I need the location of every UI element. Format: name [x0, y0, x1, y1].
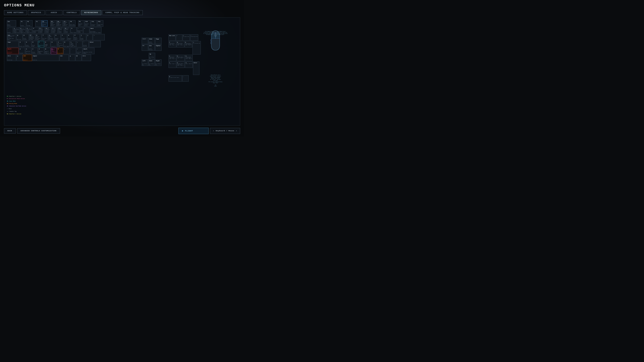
key-num-divide[interactable]: /	[176, 34, 182, 41]
key-esc[interactable]: Esc Pause /Options	[7, 20, 16, 27]
key-3[interactable]: 3 Pin Index 3Toggle LockM1 Pin Index 3To…	[26, 27, 32, 33]
key-7[interactable]: 7 Cycle AllTargetsM1 Cycle FriendlyTarge…	[52, 27, 58, 33]
key-shift-left[interactable]: Shift AfterburnerModifier 2	[7, 48, 18, 54]
tab-keybindings[interactable]: KEYBINDINGS	[81, 10, 102, 15]
tab-controls[interactable]: CONTROLS	[64, 10, 80, 15]
key-pgup[interactable]: Pgup	[155, 38, 162, 44]
key-bracket-right[interactable]: ]	[86, 34, 92, 40]
key-t[interactable]: T Exit Seat /Eject*	[42, 34, 48, 40]
key-win[interactable]: ⊞	[16, 55, 22, 61]
key-8[interactable]: 8 Cycle Sub-TargetsM1 Cycle AllTargets C…	[58, 27, 64, 33]
tab-audio[interactable]: AUDIO	[46, 10, 62, 15]
key-f2[interactable]: F2 StarMap	[26, 20, 32, 27]
key-num9[interactable]: 9 Shield RaiseLevel Bottom /Load / Save …	[185, 41, 192, 47]
key-bracket-left[interactable]: [ Accept Invite	[80, 34, 86, 40]
key-f7[interactable]: F7 IncreaseWeapon Power(DecreaseOthers)	[63, 20, 69, 27]
key-5[interactable]: 5 Cycle HostileTargetsM1 Repeat Attacker…	[39, 27, 45, 33]
key-period[interactable]: .	[70, 48, 76, 54]
key-0[interactable]: 0 Roll Target	[70, 27, 77, 33]
advanced-controls-button[interactable]: ADVANCED CONTROLS CUSTOMIZATION	[17, 128, 60, 134]
key-num1[interactable]: 1 Load / Save 1*	[168, 61, 176, 68]
key-win-right[interactable]: ⊞	[69, 55, 75, 61]
key-left[interactable]: Left AC X Offset Neg	[142, 59, 148, 66]
key-f5[interactable]: F5 IncreaseEngine Power(DecreaseOthers)	[50, 20, 56, 27]
key-num-decimal[interactable]: .	[182, 75, 189, 82]
key-u[interactable]: U Engines On/Off	[55, 34, 61, 40]
key-pgdn[interactable]: Pgdown	[155, 44, 162, 51]
key-num3[interactable]: 3 Load / Save 3*	[185, 61, 193, 68]
key-1[interactable]: 1 Pin Index 1Toggle LockM1 Pin Index 1To…	[13, 27, 19, 33]
key-num8[interactable]: 8 Shield RaiseLevel FrontLoad / Save 8*	[176, 41, 184, 47]
key-4[interactable]: 4 CycleAftackerTargets Closest	[32, 27, 38, 33]
key-backtick[interactable]: ~` Console	[7, 27, 13, 33]
key-i[interactable]: I Shields On/Off	[61, 34, 67, 40]
key-insert[interactable]: Insert	[142, 38, 148, 44]
key-minus[interactable]: - Reticle AllPinned Targets	[77, 27, 83, 33]
key-f11[interactable]: F11 Contacts /Friends	[91, 20, 97, 27]
key-h[interactable]: H Launch CM	[51, 41, 57, 47]
key-end[interactable]: End AC Def Decrease	[148, 44, 155, 51]
key-menu[interactable]: ☰	[76, 55, 82, 61]
keyboard-mouse-button[interactable]: ‹ Keyboard / Mouse ›	[210, 128, 240, 134]
key-x[interactable]: X Spacebrake /Wipe Visor	[25, 48, 31, 54]
key-ctrl-left[interactable]: Ctrl Strafe Down	[7, 55, 16, 61]
key-num6[interactable]: 6 Shield RaiseLevel Right /Load / Save 6…	[185, 55, 193, 61]
key-equals[interactable]: =	[83, 27, 90, 33]
key-num7[interactable]: 7 Shield RaiseLevel TopLoad / Save 7*	[168, 41, 176, 47]
key-right[interactable]: Right AC X Offset Pos	[155, 59, 162, 66]
key-down[interactable]: Down AC Y Offset Neg	[148, 59, 155, 66]
key-f8[interactable]: F8 Reset PowerDistribution	[70, 20, 76, 27]
key-num5[interactable]: 5 Shields Reset /Load / Save 5*	[176, 55, 185, 61]
key-k[interactable]: K VTOL Toggle	[64, 41, 70, 47]
key-b[interactable]: B Speed QT Drive /Engage QT *	[44, 48, 50, 54]
key-s[interactable]: S Strafe Backward	[25, 41, 31, 47]
key-comma[interactable]: ,	[64, 48, 70, 54]
key-slash[interactable]: / AI TurretsToggle	[76, 48, 82, 54]
key-caps[interactable]: Caps	[7, 41, 18, 47]
tab-game-settings[interactable]: GAME SETTINGS	[4, 10, 27, 15]
key-f3[interactable]: F3	[35, 20, 41, 27]
key-alt-left[interactable]: Alt Modifier 1	[23, 55, 32, 61]
key-d[interactable]: D Strafe Right	[32, 41, 38, 47]
back-button[interactable]: BACK	[4, 128, 16, 134]
key-6[interactable]: 6 Cycle FriendlyTargetsM1 Repeat Hostile…	[45, 27, 51, 33]
key-numlock[interactable]: Num Lock	[168, 34, 176, 41]
key-tab[interactable]: Tab Scan Mode ToggleScoreboard*P.I.TM1 F…	[7, 34, 16, 40]
key-enter[interactable]: Enter	[89, 41, 101, 47]
key-p[interactable]: P Reject Invite /Ignore*	[74, 34, 80, 40]
key-f12[interactable]: F12 Toggle ChatWindow	[97, 20, 103, 27]
key-r[interactable]: R Reticle Lock /M1 Unlock Target	[36, 34, 42, 40]
key-shift-right[interactable]: Shift Cycle Mouse Aim Mode (HOMAS)	[83, 48, 94, 54]
key-f10[interactable]: F10 Increase2D UI Cursor	[84, 20, 90, 27]
key-z[interactable]: Z Freelook*	[19, 48, 25, 54]
key-semicolon[interactable]: ;	[76, 41, 82, 47]
key-num-multiply[interactable]: * AC Reset View	[183, 34, 190, 41]
key-num0[interactable]: 0 AC Clear Current Save*	[168, 75, 182, 82]
key-v[interactable]: V Decoupled ModeToggle	[38, 48, 44, 54]
key-backspace[interactable]: Back EA Re-Spawn/Destroy/Destruct Toggle	[90, 27, 102, 33]
key-space[interactable]: Space Strafe Up	[32, 55, 59, 61]
key-f6[interactable]: F6 IncreaseShield Power(DecreaseOthers)*	[57, 20, 63, 27]
key-l[interactable]: L Toggle LightsM Toggle Lights Lock	[70, 41, 76, 47]
tab-comms[interactable]: COMMS, FOIP & HEAD TRACKING	[102, 10, 143, 15]
key-w[interactable]: W Strafe Forward	[23, 34, 29, 40]
key-2[interactable]: 2 Pin Index 1Toggle LockM1 Pin Index 2To…	[20, 27, 26, 33]
key-num4[interactable]: 4 Shield RaiseLevel LeftLoad / Save 4*	[168, 55, 176, 61]
key-n[interactable]: N Landing ModeToggle /LM Autoland *	[51, 48, 57, 54]
key-ctrl-right[interactable]: Ctrl	[82, 55, 91, 61]
key-g[interactable]: G Toggle GimbalLock	[44, 41, 50, 47]
key-delete[interactable]: Del	[142, 44, 148, 51]
key-9[interactable]: 9 Cycle Sub-TargetsM1 Cycle AllTargets C…	[64, 27, 70, 33]
key-a[interactable]: A Strafe Left	[19, 41, 25, 47]
key-f[interactable]: F InteractionMode	[38, 41, 44, 47]
key-f1[interactable]: F1 HolHide	[20, 20, 26, 27]
key-f9[interactable]: F9 DecreasePower / Min**	[78, 20, 84, 27]
key-y[interactable]: Y Power On/OffMG EmergencyExit Self	[48, 34, 54, 40]
key-alt-right[interactable]: Alt	[60, 55, 69, 61]
key-o[interactable]: O Weapons On/Off	[68, 34, 74, 40]
key-up[interactable]: Up AC Y Offset Pos	[149, 53, 155, 59]
key-f4[interactable]: F4 CycleCamera View /Advanced Cam*	[42, 20, 48, 27]
key-num2[interactable]: 2 Shields Reset /Level Left /Load / Save…	[176, 61, 185, 68]
key-backslash[interactable]: \	[93, 34, 105, 40]
key-home[interactable]: Home AC Def Increase	[148, 38, 155, 44]
